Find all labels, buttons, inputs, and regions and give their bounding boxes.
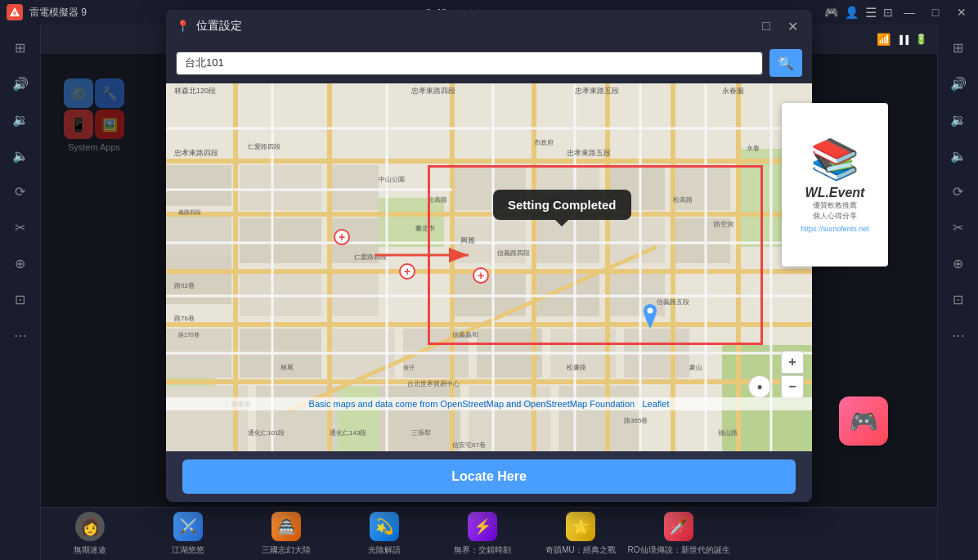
taskbar-item-5[interactable]: 🌟 奇蹟MU：經典之戰 xyxy=(532,508,630,560)
right-sidebar: ⊞ 🔊 🔉 🔈 ⟳ ✂ ⊕ ⊡ ⋯ xyxy=(937,25,978,560)
wl-event-url: https://sumofents.net xyxy=(801,225,869,233)
taskbar-icon-6: 🗡️ xyxy=(664,512,693,541)
search-input[interactable] xyxy=(176,52,763,75)
minimize-button[interactable]: — xyxy=(899,2,919,22)
right-sidebar-icon-9[interactable]: ⋯ xyxy=(944,320,973,350)
svg-rect-13 xyxy=(240,271,321,316)
map-svg: 林森北120段 忠孝東路四段 忠孝東路五段 永春服 忠孝東路四段 忠孝東路五段 … xyxy=(166,83,812,451)
sidebar-icon-9[interactable]: ⋯ xyxy=(6,320,35,350)
wl-event-panel: 📚 WL.Event 優質軟教推薦 個人心得分享 https://sumofen… xyxy=(782,103,888,267)
titlebar-right: 🎮 👤 ☰ ⊡ — □ ✕ xyxy=(824,2,971,22)
svg-text:台北世界貿易中心: 台北世界貿易中心 xyxy=(407,380,460,388)
taskbar-icon-4: ⚡ xyxy=(468,512,497,541)
svg-text:興雅: 興雅 xyxy=(460,236,475,244)
zoom-out-button[interactable]: − xyxy=(781,375,804,398)
user-icon[interactable]: 👤 xyxy=(845,6,859,19)
svg-text:忠孝東路五段: 忠孝東路五段 xyxy=(574,87,619,95)
svg-text:路365巷: 路365巷 xyxy=(624,417,648,424)
left-sidebar: ⊞ 🔊 🔉 🔈 ⟳ ✂ ⊕ ⊡ ⋯ xyxy=(0,25,41,560)
taskbar-label-4: 無界：交錯時刻 xyxy=(454,544,511,556)
svg-text:市政府: 市政府 xyxy=(534,139,554,146)
sidebar-icon-7[interactable]: ⊕ xyxy=(6,249,35,278)
svg-text:松廉路: 松廉路 xyxy=(567,364,586,371)
wl-event-book-icon: 📚 xyxy=(810,137,859,182)
svg-text:仁愛路四段: 仁愛路四段 xyxy=(248,143,280,150)
svg-text:仁愛路四段: 仁愛路四段 xyxy=(354,253,387,261)
taskbar-item-3[interactable]: 💫 光陰解語 xyxy=(335,508,433,560)
locate-here-button[interactable]: Locate Here xyxy=(182,459,796,494)
taskbar-icon-1: ⚔️ xyxy=(173,512,203,541)
right-sidebar-icon-4[interactable]: 🔈 xyxy=(944,141,973,170)
svg-text:永春: 永春 xyxy=(747,145,760,152)
dialog-maximize-btn[interactable]: □ xyxy=(756,16,776,36)
taskbar-item-0[interactable]: 👩 無期迷途 xyxy=(41,508,139,560)
taskbar-label-3: 光陰解語 xyxy=(368,544,401,556)
zoom-controls: + − xyxy=(781,351,804,398)
taskbar-item-2[interactable]: 🏯 三國志幻大陸 xyxy=(237,508,335,560)
svg-text:通化仁101段: 通化仁101段 xyxy=(248,429,285,437)
menu-icon[interactable]: ☰ xyxy=(865,5,877,20)
game-icon-br[interactable]: 🎮 xyxy=(839,396,888,446)
taskbar-icon-5: 🌟 xyxy=(566,512,595,541)
right-sidebar-icon-8[interactable]: ⊡ xyxy=(944,284,973,314)
sidebar-icon-4[interactable]: 🔈 xyxy=(6,141,35,170)
wl-event-line2: 個人心得分享 xyxy=(813,211,857,222)
map-attribution: Basic maps and data come from OpenStreet… xyxy=(166,397,812,410)
svg-rect-17 xyxy=(452,165,526,210)
main-layout: ⊞ 🔊 🔉 🔈 ⟳ ✂ ⊕ ⊡ ⋯ 📶 ▐▐ 🔋 ⚙️ 🔧 📱 🖼️ xyxy=(0,25,978,560)
sidebar-icon-1[interactable]: ⊞ xyxy=(6,33,35,62)
sidebar-icon-6[interactable]: ✂ xyxy=(6,213,35,242)
taskbar-item-6[interactable]: 🗡️ RO仙境傳說：新世代的誕生 xyxy=(630,508,728,560)
taskbar-label-0: 無期迷途 xyxy=(74,544,106,556)
svg-text:林森北120段: 林森北120段 xyxy=(173,87,216,95)
svg-text:忠孝東路五段: 忠孝東路五段 xyxy=(566,149,611,157)
dialog-title-btns: □ ✕ xyxy=(756,16,802,36)
zoom-in-button[interactable]: + xyxy=(781,351,804,374)
svg-rect-11 xyxy=(240,165,321,210)
svg-text:忠孝東路四段: 忠孝東路四段 xyxy=(173,149,218,157)
app-icon: 9 xyxy=(7,4,23,20)
svg-rect-9 xyxy=(166,214,231,255)
svg-text:信安宅67巷: 信安宅67巷 xyxy=(452,441,486,449)
svg-text:路76巷: 路76巷 xyxy=(174,315,195,322)
gamepad-icon[interactable]: 🎮 xyxy=(824,6,838,19)
right-sidebar-icon-5[interactable]: ⟳ xyxy=(944,177,973,206)
taskbar-item-1[interactable]: ⚔️ 江湖悠悠 xyxy=(139,508,237,560)
dialog-close-btn[interactable]: ✕ xyxy=(783,16,802,36)
svg-text:松高路: 松高路 xyxy=(428,196,447,204)
svg-text:三張犁: 三張犁 xyxy=(411,429,431,437)
svg-rect-14 xyxy=(330,165,379,210)
taskbar-icon-2: 🏯 xyxy=(271,512,301,541)
bottom-taskbar: 👩 無期迷途 ⚔️ 江湖悠悠 🏯 三國志幻大陸 💫 光陰解語 ⚡ 無界：交錯時刻 xyxy=(41,507,937,560)
svg-text:忠孝東路四段: 忠孝東路四段 xyxy=(410,87,455,95)
search-button[interactable]: 🔍 xyxy=(769,49,802,77)
right-sidebar-icon-1[interactable]: ⊞ xyxy=(944,33,973,62)
maximize-button[interactable]: □ xyxy=(926,2,945,22)
taskbar-label-6: RO仙境傳說：新世代的誕生 xyxy=(628,544,730,556)
right-sidebar-icon-3[interactable]: 🔉 xyxy=(944,105,973,134)
svg-text:福山路: 福山路 xyxy=(718,429,738,437)
sidebar-icon-8[interactable]: ⊡ xyxy=(6,284,35,314)
sidebar-icon-2[interactable]: 🔊 xyxy=(6,69,35,98)
app-title: 雷電模擬器 9 xyxy=(29,6,87,20)
svg-text:9: 9 xyxy=(13,11,16,16)
taskbar-label-5: 奇蹟MU：經典之戰 xyxy=(545,544,616,556)
wifi-icon: 📶 xyxy=(877,33,891,46)
taskbar-item-4[interactable]: ⚡ 無界：交錯時刻 xyxy=(433,508,532,560)
sidebar-icon-5[interactable]: ⟳ xyxy=(6,177,35,206)
close-button[interactable]: ✕ xyxy=(952,2,971,22)
right-sidebar-icon-7[interactable]: ⊕ xyxy=(944,249,973,278)
window-icon[interactable]: ⊡ xyxy=(883,6,893,19)
sidebar-icon-3[interactable]: 🔉 xyxy=(6,105,35,134)
right-sidebar-icon-6[interactable]: ✂ xyxy=(944,213,973,242)
map-container[interactable]: 林森北120段 忠孝東路四段 忠孝東路五段 永春服 忠孝東路四段 忠孝東路五段 … xyxy=(166,83,812,451)
svg-text:防空洞: 防空洞 xyxy=(714,221,734,228)
svg-text:永春服: 永春服 xyxy=(722,87,744,95)
scale-indicator: ● xyxy=(748,375,771,398)
app-area: ⚙️ 🔧 📱 🖼️ System Apps 📍 位置設定 xyxy=(41,54,937,507)
leaflet-link[interactable]: Leaflet xyxy=(642,399,669,409)
svg-text:象山: 象山 xyxy=(689,364,702,371)
svg-rect-12 xyxy=(240,218,321,263)
right-sidebar-icon-2[interactable]: 🔊 xyxy=(944,69,973,98)
svg-text:中山公園: 中山公園 xyxy=(379,176,405,183)
